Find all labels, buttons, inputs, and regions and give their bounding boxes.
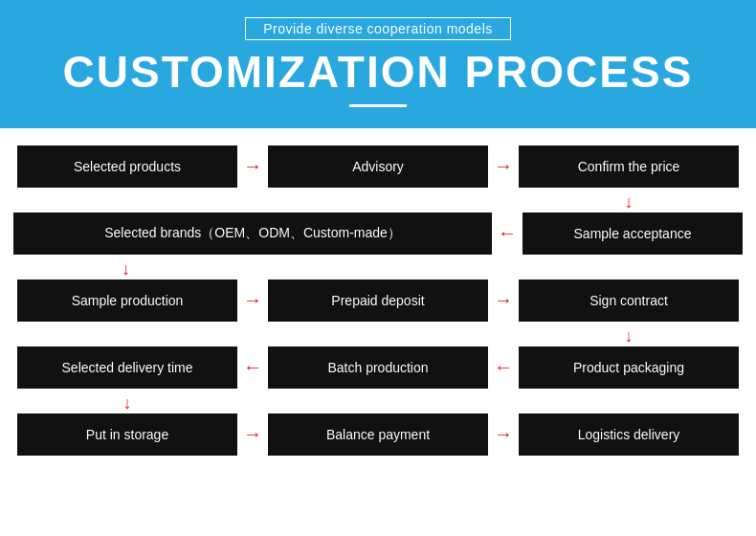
v-arrows-row4: ↓: [10, 396, 746, 412]
arrow-right-1: →: [237, 145, 268, 188]
box-sign-contract: Sign contract: [519, 279, 739, 322]
flow-row-3: Sample production → Prepaid deposit → Si…: [10, 279, 746, 322]
box-prepaid-deposit: Prepaid deposit: [268, 279, 488, 322]
box-sample-acceptance: Sample acceptance: [523, 212, 743, 255]
arrow-right-5: →: [237, 413, 268, 456]
flow-row-4: Selected delivery time ← Batch productio…: [10, 346, 746, 389]
box-confirm-price: Confirm the price: [519, 145, 739, 188]
box-sample-production: Sample production: [17, 279, 237, 322]
v-arrows-row2: ↓: [10, 262, 746, 278]
v-arrows-row3: ↓: [10, 329, 746, 345]
arrow-left-2: ←: [237, 346, 268, 389]
flow-area: Selected products → Advisory → Confirm t…: [0, 128, 756, 473]
box-selected-products: Selected products: [17, 145, 237, 188]
arrow-left-1: ←: [492, 212, 523, 255]
arrow-left-3: ←: [488, 346, 519, 389]
down-arrow-icon-4: ↓: [123, 393, 132, 413]
box-product-packaging: Product packaging: [519, 346, 739, 389]
v-arrows-row1: ↓: [10, 195, 746, 211]
v-arrow-confirm-down: ↓: [519, 195, 739, 211]
box-selected-brands: Selected brands（OEM、ODM、Custom-made）: [13, 212, 492, 255]
down-arrow-icon: ↓: [625, 192, 634, 212]
header-section: Provide diverse cooperation models CUSTO…: [0, 0, 756, 128]
flow-row-5: Put in storage → Balance payment → Logis…: [10, 413, 746, 456]
header-title: CUSTOMIZATION PROCESS: [19, 48, 737, 97]
box-selected-delivery-time: Selected delivery time: [17, 346, 237, 389]
box-put-in-storage: Put in storage: [17, 413, 237, 456]
flow-row-1: Selected products → Advisory → Confirm t…: [10, 145, 746, 188]
v-spacer-2: [268, 195, 488, 211]
v-spacer-1: [17, 195, 237, 211]
arrow-right-6: →: [488, 413, 519, 456]
box-balance-payment: Balance payment: [268, 413, 488, 456]
down-arrow-icon-3: ↓: [625, 326, 634, 346]
arrow-right-4: →: [488, 279, 519, 322]
down-arrow-icon-2: ↓: [122, 259, 130, 279]
arrow-right-2: →: [488, 145, 519, 188]
header-underline: [349, 104, 407, 107]
box-logistics-delivery: Logistics delivery: [519, 413, 739, 456]
box-batch-production: Batch production: [268, 346, 488, 389]
flow-row-2: Selected brands（OEM、ODM、Custom-made） ← S…: [10, 212, 746, 255]
box-advisory: Advisory: [268, 145, 488, 188]
header-subtitle: Provide diverse cooperation models: [245, 17, 511, 40]
arrow-right-3: →: [237, 279, 268, 322]
